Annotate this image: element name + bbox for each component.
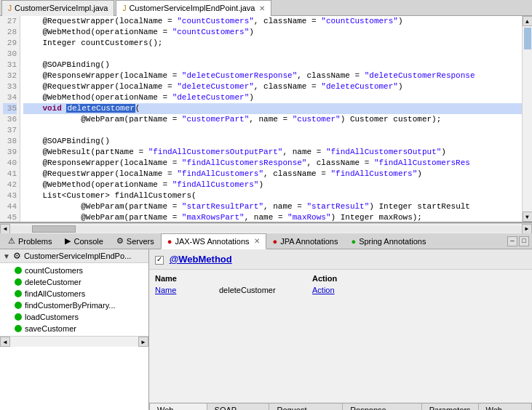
code-line-42: @WebMethod(operationName = "findAllCusto… [23,180,522,190]
ann-tab-web-result[interactable]: Web Result [479,403,532,410]
annotation-checkbox[interactable] [155,256,164,265]
editor-horizontal-scrollbar[interactable]: ◀ ▶ [0,223,532,233]
annotation-row-name: Name deleteCustomer Action [149,284,532,296]
annotation-title-link[interactable]: @WebMethod [170,254,232,265]
code-editor: 27 28 29 30 31 32 33 34 35 36 37 38 39 4… [0,16,532,223]
code-line-32: @ResponseWrapper(localName = "deleteCust… [23,71,522,81]
tree-item-deletecustomer[interactable]: deleteCustomer [0,276,148,288]
scroll-thumb[interactable] [524,28,531,49]
code-line-38: @SOAPBinding() [23,136,522,147]
tab-jax-ws-label: JAX-WS Annotations [175,237,249,246]
tab-servers[interactable]: ⚙ Servers [110,233,161,249]
ann-tab-soap-binding[interactable]: SOAP Binding [207,403,270,410]
code-line-35: void deleteCustomer( [23,103,522,114]
ann-tab-web-method[interactable]: Web Method [149,403,207,410]
tab-problems[interactable]: ⚠ Problems [1,233,58,249]
expand-icon: ▼ [3,252,10,260]
tab-close-icon[interactable]: ✕ [259,4,265,12]
tab-customerserviceimpl[interactable]: J CustomerServiceImpl.java [1,0,114,16]
minimize-button[interactable]: — [507,236,517,246]
scroll-track[interactable] [10,337,138,347]
h-scroll-thumb[interactable] [32,225,76,233]
ann-tab-response-wrapper[interactable]: Response Wrapper [343,403,422,410]
panel-tab-bar: ⚠ Problems ▶ Console ⚙ Servers ● JAX-WS … [0,233,532,249]
green-dot-icon [15,325,22,332]
code-line-39: @WebResult(partName = "findAllCustomersO… [23,147,522,158]
scroll-up-arrow[interactable]: ▲ [523,16,533,26]
tab-label: CustomerServiceImplEndPoint.java [129,4,255,12]
tab-customerserviceimplendpoint[interactable]: J CustomerServiceImplEndPoint.java ✕ [116,0,271,16]
code-line-45: @WebParam(partName = "maxRowsPart", name… [23,212,522,222]
tree-item-label: countCustomers [25,266,83,275]
bottom-panel: ⚠ Problems ▶ Console ⚙ Servers ● JAX-WS … [0,233,532,410]
green-dot-icon [15,290,22,297]
tree-item-savecustomer[interactable]: saveCustomer [0,323,148,334]
code-line-30 [23,49,522,60]
scroll-right-arrow[interactable]: ▶ [522,224,532,234]
tree-item-findcustomerbyprimary[interactable]: findCustomerByPrimary... [0,300,148,311]
tab-label: CustomerServiceImpl.java [15,4,108,12]
code-line-43: List<Customer> findAllCustomers( [23,190,522,201]
spring-icon: ● [351,237,356,246]
maximize-button[interactable]: □ [519,236,529,246]
code-line-40: @ResponseWrapper(localName = "findAllCus… [23,158,522,169]
col-header-action: Action [312,274,337,283]
tree-root-label: CustomerServiceImplEndPo... [24,252,131,260]
tree-item-label: deleteCustomer [25,278,82,286]
code-line-33: @RequestWrapper(localName = "deleteCusto… [23,81,522,92]
col-header-name: Name [155,274,213,283]
code-line-37 [23,125,522,136]
green-dot-icon [15,313,22,321]
tree-item-countcustomers[interactable]: countCustomers [0,265,148,276]
ann-field-name-link[interactable]: Name [155,286,213,294]
tab-problems-label: Problems [18,237,52,246]
vertical-scrollbar[interactable]: ▲ ▼ [522,16,532,222]
gear-icon: ⚙ [13,251,21,261]
servers-icon: ⚙ [116,236,124,246]
ann-field-value: deleteCustomer [219,286,306,294]
tab-console-label: Console [74,237,103,246]
jpa-icon: ● [273,237,278,246]
tree-header: ▼ ⚙ CustomerServiceImplEndPo... [0,249,148,263]
tab-console[interactable]: ▶ Console [58,233,109,249]
code-content[interactable]: @RequestWrapper(localName = "countCustom… [20,16,522,222]
scroll-right-button[interactable]: ▶ [138,337,148,347]
panel-content: ▼ ⚙ CustomerServiceImplEndPo... countCus… [0,249,532,410]
h-scroll-track[interactable] [10,225,522,233]
ann-field-action-link[interactable]: Action [312,286,335,294]
scroll-left-arrow[interactable]: ◀ [0,224,10,234]
code-line-36: @WebParam(partName = "customerPart", nam… [23,114,522,125]
tab-spring[interactable]: ● Spring Annotations [344,233,432,249]
annotation-table: Name Action Name deleteCustomer Action [149,270,532,299]
tab-jpa-label: JPA Annotations [280,237,338,246]
green-dot-icon [15,267,22,274]
scroll-down-arrow[interactable]: ▼ [523,212,533,222]
ann-tab-request-wrapper[interactable]: Request Wrapper [269,403,343,410]
code-line-27: @RequestWrapper(localName = "countCustom… [23,16,522,27]
annotation-header: @WebMethod [149,249,532,270]
code-line-44: @WebParam(partName = "startResultPart", … [23,201,522,212]
code-line-41: @RequestWrapper(localName = "findAllCust… [23,169,522,180]
tab-jax-ws[interactable]: ● JAX-WS Annotations ✕ [161,233,266,249]
tab-jax-ws-close[interactable]: ✕ [254,237,260,245]
java-icon: J [8,4,12,12]
tree-panel: ▼ ⚙ CustomerServiceImplEndPo... countCus… [0,249,149,410]
ann-tab-parameters[interactable]: Parameters [422,403,479,410]
console-icon: ▶ [65,236,71,246]
line-numbers: 27 28 29 30 31 32 33 34 35 36 37 38 39 4… [0,16,20,222]
code-line-29: Integer countCustomers(); [23,38,522,49]
jax-ws-icon: ● [167,237,172,246]
code-line-34: @WebMethod(operationName = "deleteCustom… [23,92,522,103]
editor-tab-bar: J CustomerServiceImpl.java J CustomerSer… [0,0,532,16]
code-line-31: @SOAPBinding() [23,60,522,71]
tree-item-findallcustomers[interactable]: findAllCustomers [0,288,148,300]
tab-jpa[interactable]: ● JPA Annotations [266,233,345,249]
tree-h-scroll[interactable]: ◀ ▶ [0,336,148,346]
tree-item-label: findAllCustomers [25,289,85,298]
tab-spring-label: Spring Annotations [359,237,426,246]
tree-item-label: saveCustomer [25,324,76,333]
annotation-column-headers: Name Action [149,273,532,284]
tab-servers-label: Servers [127,237,154,246]
tree-item-loadcustomers[interactable]: loadCustomers [0,311,148,323]
scroll-left-button[interactable]: ◀ [0,337,10,347]
